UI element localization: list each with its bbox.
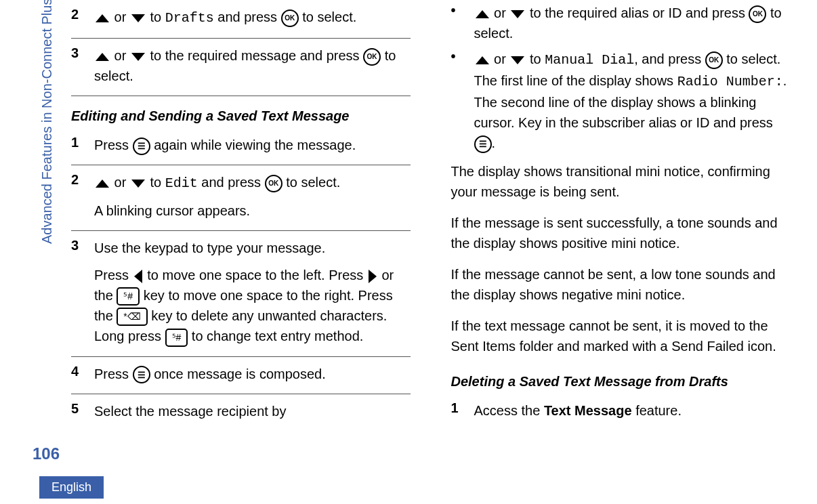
bullet-item: • or to Manual Dial, and press to select… <box>451 46 791 156</box>
step-number: 5 <box>71 401 82 421</box>
ok-button-icon <box>705 51 723 69</box>
ok-button-icon <box>265 175 282 192</box>
text: or <box>110 175 130 190</box>
step-body: Select the message recipient by <box>94 401 411 421</box>
text: to move one space to the left. Press <box>144 268 367 282</box>
hash-key-icon: ⁵# <box>117 287 140 306</box>
ok-button-icon <box>363 48 381 66</box>
text: or <box>110 48 130 63</box>
text: or <box>490 51 510 66</box>
right-column: • or to the required alias or ID and pre… <box>451 0 791 470</box>
text: to <box>526 51 545 66</box>
down-arrow-icon <box>131 53 145 61</box>
text: and press <box>214 9 281 24</box>
text: or <box>110 9 130 24</box>
up-arrow-icon <box>96 14 109 22</box>
step-body: or to the required message and press to … <box>94 45 411 86</box>
text: Press <box>94 268 133 282</box>
right-arrow-icon <box>369 270 377 283</box>
ok-button-icon <box>749 5 766 23</box>
step-body: Use the keypad to type your message. Pre… <box>94 238 411 347</box>
bullet-item: • or to the required alias or ID and pre… <box>451 0 791 46</box>
text: to the required message and press <box>146 48 363 63</box>
step-item: 2 or to Edit and press to select. A blin… <box>71 165 411 231</box>
text: and press <box>198 175 265 190</box>
text: to <box>146 9 165 24</box>
up-arrow-icon <box>476 10 489 18</box>
step-number: 4 <box>71 364 82 384</box>
display-text-radio-number: Radio Number: <box>677 74 783 89</box>
down-arrow-icon <box>131 14 145 22</box>
left-arrow-icon <box>134 270 142 283</box>
page-number: 106 <box>33 444 60 463</box>
step-number: 3 <box>71 238 82 347</box>
text: to <box>146 175 165 190</box>
text: . <box>492 135 496 150</box>
up-arrow-icon <box>476 56 489 64</box>
text: Select the message recipient by <box>94 401 411 421</box>
text: to the required alias or ID and press <box>526 5 749 20</box>
up-arrow-icon <box>96 53 109 61</box>
hash-key-icon: ⁵# <box>165 329 188 347</box>
text: Press <box>94 138 133 152</box>
menu-button-icon <box>133 138 150 155</box>
paragraph: If the message cannot be sent, a low ton… <box>451 259 791 310</box>
step-item: 3 or to the required message and press t… <box>71 39 411 96</box>
menu-button-icon <box>474 135 492 153</box>
sidebar-section-label: Advanced Features in Non-Connect Plus Mo… <box>39 0 55 244</box>
text: to select. <box>282 175 341 190</box>
text: again while viewing the message. <box>150 138 356 152</box>
paragraph: The display shows transitional mini noti… <box>451 156 791 207</box>
text: or <box>490 5 510 20</box>
star-delete-key-icon: *⌫ <box>117 308 147 326</box>
text: , and press <box>634 51 705 66</box>
text: A blinking cursor appears. <box>94 201 411 221</box>
text: Use the keypad to type your message. <box>94 238 411 258</box>
up-arrow-icon <box>96 180 109 188</box>
menu-name-manual-dial: Manual Dial <box>545 52 634 68</box>
down-arrow-icon <box>511 56 524 64</box>
bullet-dot: • <box>451 49 462 153</box>
paragraph: If the text message cannot be sent, it i… <box>451 310 791 362</box>
menu-name-edit: Edit <box>165 175 198 191</box>
paragraph: If the message is sent successfully, a t… <box>451 207 791 259</box>
step-number: 1 <box>451 400 462 421</box>
step-item: 3 Use the keypad to type your message. P… <box>71 231 411 357</box>
step-item: 4 Press once message is composed. <box>71 357 411 394</box>
text: once message is composed. <box>150 366 326 381</box>
menu-name-drafts: Drafts <box>165 10 214 26</box>
step-number: 2 <box>71 7 82 28</box>
text: to select. <box>299 9 357 24</box>
left-column: 2 or to Drafts and press to select. 3 or… <box>71 0 411 470</box>
text: to change text entry method. <box>188 329 363 343</box>
step-item: 1 Press again while viewing the message. <box>71 128 411 165</box>
step-item: 5 Select the message recipient by <box>71 394 411 431</box>
step-body: Press once message is composed. <box>94 364 411 384</box>
text: feature. <box>632 403 682 418</box>
step-number: 1 <box>71 135 82 155</box>
bullet-body: or to Manual Dial, and press to select. … <box>474 49 791 153</box>
step-number: 3 <box>71 45 82 86</box>
text: Press <box>94 366 133 381</box>
bullet-body: or to the required alias or ID and press… <box>474 3 791 43</box>
step-body: or to Edit and press to select. A blinki… <box>94 172 411 221</box>
down-arrow-icon <box>131 180 145 188</box>
step-body: Press again while viewing the message. <box>94 135 411 155</box>
section-heading: Editing and Sending a Saved Text Message <box>71 96 411 128</box>
step-body: or to Drafts and press to select. <box>94 7 411 28</box>
text: Access the <box>474 403 544 418</box>
content-columns: 2 or to Drafts and press to select. 3 or… <box>71 0 790 470</box>
section-heading: Deleting a Saved Text Message from Draft… <box>451 362 791 394</box>
ok-button-icon <box>281 9 299 27</box>
bullet-dot: • <box>451 3 462 43</box>
step-item: 2 or to Drafts and press to select. <box>71 0 411 39</box>
step-number: 2 <box>71 172 82 221</box>
down-arrow-icon <box>511 10 524 18</box>
step-item: 1 Access the Text Message feature. <box>451 394 791 430</box>
bold-text: Text Message <box>544 403 632 418</box>
language-indicator: English <box>39 476 104 499</box>
step-body: Access the Text Message feature. <box>474 400 791 421</box>
menu-button-icon <box>133 366 150 383</box>
